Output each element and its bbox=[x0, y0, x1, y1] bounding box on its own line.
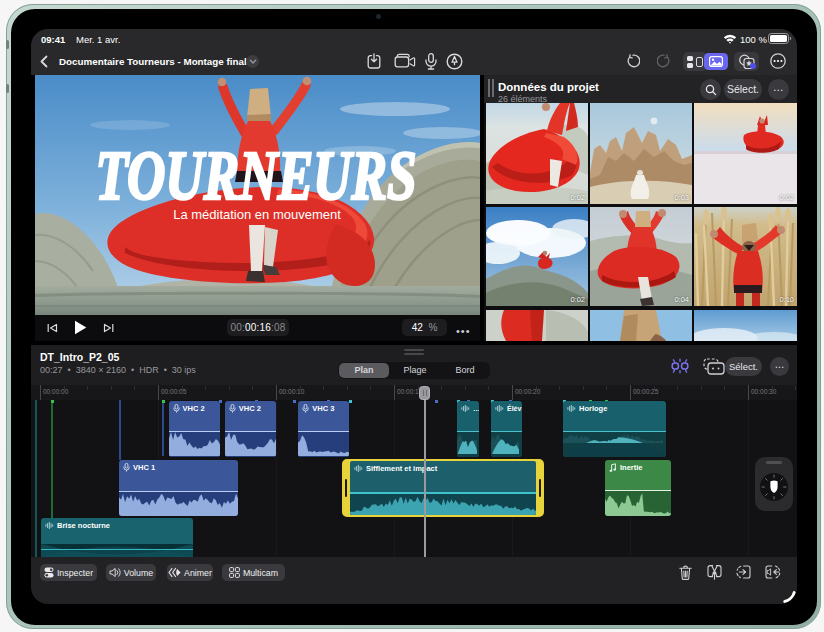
svg-text:La méditation en mouvement: La méditation en mouvement bbox=[173, 207, 341, 222]
svg-text:TOURNEURS: TOURNEURS bbox=[95, 137, 416, 214]
